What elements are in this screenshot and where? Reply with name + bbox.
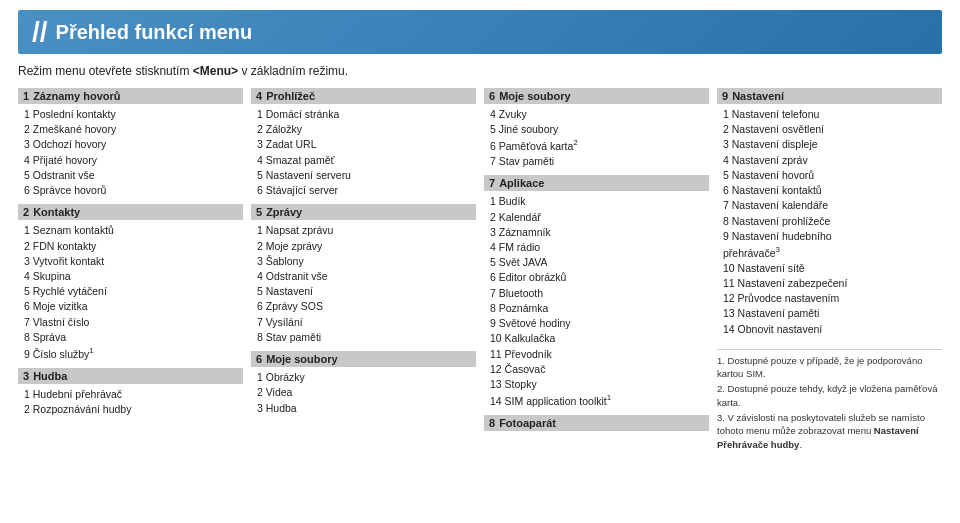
list-item: 8 Správa <box>22 330 243 345</box>
list-item: 5 Jiné soubory <box>488 122 709 137</box>
list-item: 1 Obrázky <box>255 370 476 385</box>
section-header: 7Aplikace <box>484 175 709 191</box>
list-item: 4 Přijaté hovory <box>22 153 243 168</box>
header-banner: // Přehled funkcí menu <box>18 10 942 54</box>
list-item: 3 Šablony <box>255 254 476 269</box>
list-item: 11 Převodník <box>488 347 709 362</box>
list-item: 1 Domácí stránka <box>255 107 476 122</box>
list-item: 8 Poznámka <box>488 301 709 316</box>
footnote-item: 1. Dostupné pouze v případě, že je podpo… <box>717 354 942 381</box>
list-item: 2 Kalendář <box>488 210 709 225</box>
list-item: 3 Odchozí hovory <box>22 137 243 152</box>
section-header: 3Hudba <box>18 368 243 384</box>
column-2: 4Prohlížeč1 Domácí stránka2 Záložky3 Zad… <box>251 88 476 453</box>
section-6: 6Moje soubory4 Zvuky5 Jiné soubory6 Pamě… <box>484 88 709 169</box>
section-1: 1Záznamy hovorů1 Poslední kontakty2 Zmeš… <box>18 88 243 198</box>
page-title: Přehled funkcí menu <box>56 21 253 44</box>
list-item: 6 Zprávy SOS <box>255 299 476 314</box>
section-header: 9Nastavení <box>717 88 942 104</box>
section-header: 4Prohlížeč <box>251 88 476 104</box>
section-8: 8Fotoaparát <box>484 415 709 434</box>
list-item: 1 Napsat zprávu <box>255 223 476 238</box>
section-5: 5Zprávy1 Napsat zprávu2 Moje zprávy3 Šab… <box>251 204 476 345</box>
list-item: 2 Zmeškané hovory <box>22 122 243 137</box>
list-item: 2 FDN kontakty <box>22 239 243 254</box>
list-item: 3 Nastavení displeje <box>721 137 942 152</box>
list-item: 3 Hudba <box>255 401 476 416</box>
list-item: 4 FM rádio <box>488 240 709 255</box>
list-item: 4 Skupina <box>22 269 243 284</box>
list-item: 5 Nastavení <box>255 284 476 299</box>
list-item: 14 Obnovit nastavení <box>721 322 942 337</box>
list-item: 12 Časovač <box>488 362 709 377</box>
list-item: 12 Průvodce nastavením <box>721 291 942 306</box>
main-grid: 1Záznamy hovorů1 Poslední kontakty2 Zmeš… <box>18 88 942 453</box>
list-item: 5 Odstranit vše <box>22 168 243 183</box>
list-item: 4 Odstranit vše <box>255 269 476 284</box>
list-item: 6 Nastavení kontaktů <box>721 183 942 198</box>
section-9: 9Nastavení1 Nastavení telefonu2 Nastaven… <box>717 88 942 337</box>
list-item: 6 Stávající server <box>255 183 476 198</box>
list-item: 6 Editor obrázků <box>488 270 709 285</box>
list-item: 2 Rozpoznávání hudby <box>22 402 243 417</box>
section-2: 2Kontakty1 Seznam kontaktů2 FDN kontakty… <box>18 204 243 361</box>
section-header: 1Záznamy hovorů <box>18 88 243 104</box>
section-header: 6Moje soubory <box>251 351 476 367</box>
list-item: 3 Záznamník <box>488 225 709 240</box>
list-item: 6 Paměťová karta2 <box>488 137 709 154</box>
section-7: 7Aplikace1 Budík2 Kalendář3 Záznamník4 F… <box>484 175 709 409</box>
section-3: 3Hudba1 Hudební přehrávač2 Rozpoznávání … <box>18 368 243 417</box>
list-item: 1 Budík <box>488 194 709 209</box>
list-item: 13 Stopky <box>488 377 709 392</box>
list-item: 7 Stav paměti <box>488 154 709 169</box>
list-item: 11 Nastavení zabezpečení <box>721 276 942 291</box>
section-6: 6Moje soubory1 Obrázky2 Videa3 Hudba <box>251 351 476 416</box>
list-item: 5 Svět JAVA <box>488 255 709 270</box>
footnotes: 1. Dostupné pouze v případě, že je podpo… <box>717 349 942 453</box>
list-item: 1 Seznam kontaktů <box>22 223 243 238</box>
list-item: 2 Moje zprávy <box>255 239 476 254</box>
list-item: 9 Číslo služby1 <box>22 345 243 362</box>
list-item: 6 Správce hovorů <box>22 183 243 198</box>
list-item: 2 Záložky <box>255 122 476 137</box>
list-item: 9 Světové hodiny <box>488 316 709 331</box>
list-item: 2 Videa <box>255 385 476 400</box>
list-item: 3 Zadat URL <box>255 137 476 152</box>
list-item: 7 Vlastní číslo <box>22 315 243 330</box>
section-header: 6Moje soubory <box>484 88 709 104</box>
list-item: 1 Hudební přehrávač <box>22 387 243 402</box>
list-item: 4 Nastavení zpráv <box>721 153 942 168</box>
bracket-icon: // <box>32 18 48 46</box>
list-item: 9 Nastavení hudebního <box>721 229 942 244</box>
list-item: 1 Poslední kontakty <box>22 107 243 122</box>
list-item: 4 Smazat paměť <box>255 153 476 168</box>
list-item: 1 Nastavení telefonu <box>721 107 942 122</box>
section-4: 4Prohlížeč1 Domácí stránka2 Záložky3 Zad… <box>251 88 476 198</box>
list-item: 8 Nastavení prohlížeče <box>721 214 942 229</box>
list-item: 7 Nastavení kalendáře <box>721 198 942 213</box>
footnote-item: 3. V závislosti na poskytovateli služeb … <box>717 411 942 451</box>
list-item: 2 Nastavení osvětlení <box>721 122 942 137</box>
list-item: 13 Nastavení paměti <box>721 306 942 321</box>
list-item: 10 Kalkulačka <box>488 331 709 346</box>
column-1: 1Záznamy hovorů1 Poslední kontakty2 Zmeš… <box>18 88 243 453</box>
list-item: 10 Nastavení sítě <box>721 261 942 276</box>
footnote-item: 2. Dostupné pouze tehdy, když je vložena… <box>717 382 942 409</box>
list-item: 7 Bluetooth <box>488 286 709 301</box>
list-item: 6 Moje vizitka <box>22 299 243 314</box>
list-item: 5 Nastavení serveru <box>255 168 476 183</box>
section-header: 2Kontakty <box>18 204 243 220</box>
column-3: 6Moje soubory4 Zvuky5 Jiné soubory6 Pamě… <box>484 88 709 453</box>
list-item: přehrávače3 <box>721 244 942 261</box>
list-item: 3 Vytvořit kontakt <box>22 254 243 269</box>
list-item: 5 Rychlé vytáčení <box>22 284 243 299</box>
list-item: 7 Vysílání <box>255 315 476 330</box>
column-4: 9Nastavení1 Nastavení telefonu2 Nastaven… <box>717 88 942 453</box>
list-item: 14 SIM application toolkit1 <box>488 392 709 409</box>
list-item: 8 Stav paměti <box>255 330 476 345</box>
list-item: 4 Zvuky <box>488 107 709 122</box>
section-header: 5Zprávy <box>251 204 476 220</box>
subtitle: Režim menu otevřete stisknutím <Menu> v … <box>18 64 942 78</box>
list-item: 5 Nastavení hovorů <box>721 168 942 183</box>
section-header: 8Fotoaparát <box>484 415 709 431</box>
